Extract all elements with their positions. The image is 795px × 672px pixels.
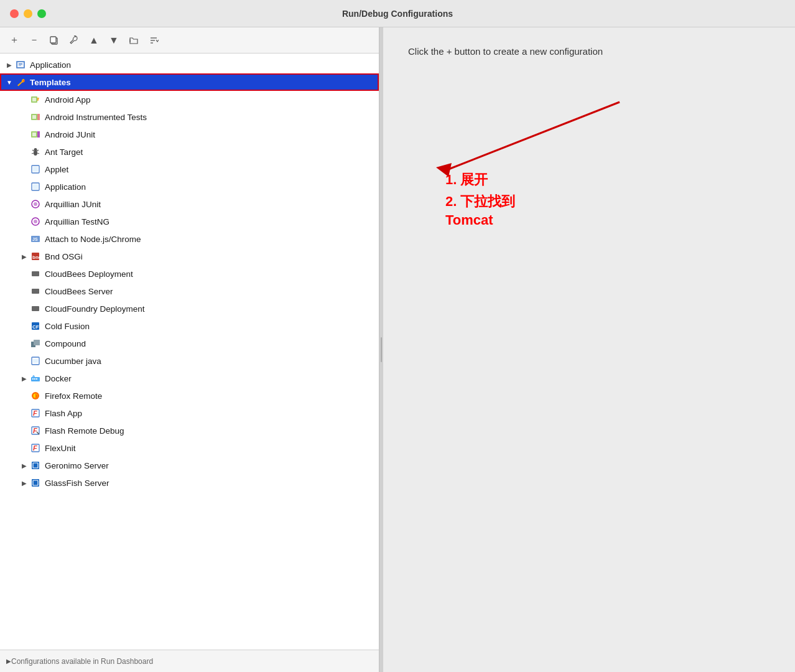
tree-item-flash-remote[interactable]: ▶ F Flash Remote Debug bbox=[0, 422, 379, 439]
tree-item-docker[interactable]: ▶ Docker bbox=[0, 370, 379, 387]
tree-item-glassfish[interactable]: ▶ GlassFish Server bbox=[0, 474, 379, 492]
arquillian-junit-label: Arquillian JUnit bbox=[45, 200, 101, 209]
svg-rect-36 bbox=[32, 306, 39, 311]
tree-item-geronimo[interactable]: ▶ Geronimo Server bbox=[0, 457, 379, 474]
svg-line-19 bbox=[37, 150, 39, 151]
tree-item-cold-fusion[interactable]: ▶ CF Cold Fusion bbox=[0, 317, 379, 335]
minimize-button[interactable] bbox=[24, 9, 32, 18]
firefox-label: Firefox Remote bbox=[45, 391, 102, 401]
svg-rect-11 bbox=[32, 98, 36, 101]
tree-item-cucumber-java[interactable]: ▶ Cucumber java bbox=[0, 352, 379, 370]
step1-text: 1. 展开 bbox=[445, 169, 770, 190]
settings-button[interactable] bbox=[66, 32, 82, 49]
docker-label: Docker bbox=[45, 374, 72, 383]
tree-item-cloudbees-deploy[interactable]: ▶ CloudBees Deployment bbox=[0, 265, 379, 282]
svg-line-20 bbox=[32, 153, 34, 154]
svg-rect-7 bbox=[19, 63, 22, 65]
arquillian-junit-icon bbox=[30, 198, 41, 210]
svg-text:F: F bbox=[33, 409, 37, 417]
step2-text: 2. 下拉找到 bbox=[445, 190, 770, 212]
svg-rect-40 bbox=[34, 340, 40, 345]
tree-item-firefox[interactable]: ▶ Firefox Remote bbox=[0, 387, 379, 404]
cloudbees-server-icon bbox=[30, 286, 41, 297]
down-button[interactable]: ▼ bbox=[106, 32, 122, 49]
applet-icon bbox=[30, 164, 41, 175]
tree-area[interactable]: ▶ Application ▼ bbox=[0, 54, 379, 650]
tree-item-application[interactable]: ▶ Application bbox=[0, 178, 379, 195]
close-button[interactable] bbox=[10, 9, 19, 18]
tree-item-applet[interactable]: ▶ Applet bbox=[0, 161, 379, 178]
window-title: Run/Debug Configurations bbox=[342, 9, 453, 19]
maximize-button[interactable] bbox=[37, 9, 46, 18]
cold-fusion-icon: CF bbox=[30, 320, 41, 332]
svg-text:CF: CF bbox=[32, 324, 39, 330]
templates-label: Templates bbox=[30, 78, 71, 87]
tree-item-android-instrumented[interactable]: ▶ Android Instrumented Tests bbox=[0, 108, 379, 126]
application-icon bbox=[30, 181, 41, 192]
cloudfoundry-icon bbox=[30, 303, 41, 314]
cloudfoundry-label: CloudFoundry Deployment bbox=[45, 304, 145, 314]
svg-point-17 bbox=[34, 148, 37, 151]
bottom-arrow-icon: ▶ bbox=[6, 658, 11, 665]
info-text: Click the + button to create a new confi… bbox=[408, 46, 770, 57]
android-junit-label: Android JUnit bbox=[45, 130, 95, 139]
svg-rect-25 bbox=[33, 184, 38, 189]
ant-icon bbox=[30, 146, 41, 157]
folder-button[interactable] bbox=[126, 32, 142, 49]
svg-rect-44 bbox=[32, 378, 34, 380]
svg-line-60 bbox=[445, 102, 620, 170]
bnd-icon: bnd bbox=[30, 251, 41, 262]
tree-item-cloudfoundry[interactable]: ▶ CloudFoundry Deployment bbox=[0, 300, 379, 317]
wrench-template-icon bbox=[15, 77, 26, 88]
toolbar: ＋ － ▲ ▼ bbox=[0, 27, 379, 54]
arquillian-testng-icon bbox=[30, 216, 41, 227]
tree-item-bnd-osgi[interactable]: ▶ bnd Bnd OSGi bbox=[0, 248, 379, 265]
attach-node-label: Attach to Node.js/Chrome bbox=[45, 235, 141, 244]
arrow-right-icon: ▶ bbox=[20, 374, 29, 383]
flash-remote-icon: F bbox=[30, 425, 41, 436]
svg-rect-8 bbox=[19, 65, 21, 66]
tree-item-compound[interactable]: ▶ Compound bbox=[0, 335, 379, 352]
folder-icon bbox=[129, 35, 139, 45]
tree-item-arquillian-junit[interactable]: ▶ Arquillian JUnit bbox=[0, 195, 379, 213]
tree-item-cloudbees-server[interactable]: ▶ CloudBees Server bbox=[0, 282, 379, 300]
application-label: Application bbox=[45, 182, 86, 192]
tree-item-android-app[interactable]: ▶ Android App bbox=[0, 91, 379, 108]
remove-button[interactable]: － bbox=[26, 32, 42, 49]
bottom-bar: ▶ Configurations available in Run Dashbo… bbox=[0, 650, 379, 672]
glassfish-icon bbox=[30, 477, 41, 488]
tree-item-arquillian-testng[interactable]: ▶ Arquillian TestNG bbox=[0, 213, 379, 230]
tree-item-flexunit[interactable]: ▶ F FlexUnit bbox=[0, 439, 379, 457]
tree-item-templates[interactable]: ▼ Templates bbox=[0, 73, 379, 91]
tree-item-application-top[interactable]: ▶ Application bbox=[0, 56, 379, 73]
tree-item-flash-app[interactable]: ▶ F Flash App bbox=[0, 404, 379, 422]
node-icon: JS bbox=[30, 233, 41, 245]
svg-rect-13 bbox=[32, 115, 36, 119]
up-button[interactable]: ▲ bbox=[86, 32, 102, 49]
arrow-right-icon: ▶ bbox=[20, 478, 29, 487]
docker-icon bbox=[30, 373, 41, 384]
flash-app-icon: F bbox=[30, 408, 41, 419]
cucumber-label: Cucumber java bbox=[45, 357, 101, 366]
sort-button[interactable] bbox=[146, 32, 162, 49]
cloudbees-server-label: CloudBees Server bbox=[45, 287, 113, 296]
svg-point-9 bbox=[23, 80, 25, 82]
cloudbees-deploy-icon bbox=[30, 268, 41, 279]
svg-rect-23 bbox=[33, 167, 38, 172]
add-button[interactable]: ＋ bbox=[6, 32, 22, 49]
svg-text:bnd: bnd bbox=[32, 254, 40, 260]
left-panel: ＋ － ▲ ▼ bbox=[0, 27, 379, 672]
arrow-right-icon: ▶ bbox=[20, 252, 29, 261]
tree-item-attach-node[interactable]: ▶ JS Attach to Node.js/Chrome bbox=[0, 230, 379, 248]
right-panel: Click the + button to create a new confi… bbox=[383, 27, 795, 672]
svg-rect-46 bbox=[36, 378, 37, 380]
steps-annotation: 1. 展开 2. 下拉找到 Tomcat bbox=[445, 169, 770, 228]
arrow-down-icon: ▼ bbox=[5, 78, 14, 86]
tree-item-ant-target[interactable]: ▶ Ant Target bbox=[0, 143, 379, 161]
glassfish-label: GlassFish Server bbox=[45, 478, 109, 488]
svg-point-16 bbox=[34, 151, 37, 156]
tree-item-android-junit[interactable]: ▶ Android JUnit bbox=[0, 126, 379, 143]
sort-icon bbox=[149, 35, 159, 45]
svg-text:F: F bbox=[33, 427, 37, 434]
copy-button[interactable] bbox=[46, 32, 62, 49]
